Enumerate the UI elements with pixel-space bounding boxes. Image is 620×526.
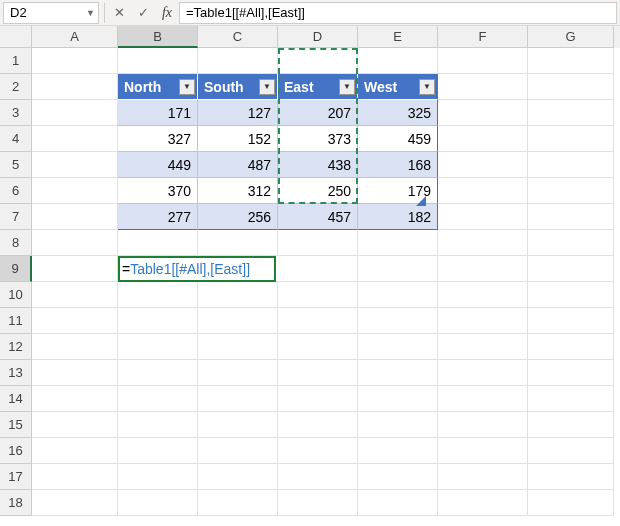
cell-A4[interactable] bbox=[32, 126, 118, 152]
cell-F4[interactable] bbox=[438, 126, 528, 152]
cell-B3[interactable]: 171 bbox=[118, 100, 198, 126]
cell-F18[interactable] bbox=[438, 490, 528, 516]
row-header-12[interactable]: 12 bbox=[0, 334, 32, 360]
cell-F12[interactable] bbox=[438, 334, 528, 360]
cell-E1[interactable] bbox=[358, 48, 438, 74]
cell-A6[interactable] bbox=[32, 178, 118, 204]
cell-A3[interactable] bbox=[32, 100, 118, 126]
table-header-north[interactable]: North ▼ bbox=[118, 74, 198, 100]
cell-A14[interactable] bbox=[32, 386, 118, 412]
cell-G8[interactable] bbox=[528, 230, 614, 256]
cell-F17[interactable] bbox=[438, 464, 528, 490]
row-header-5[interactable]: 5 bbox=[0, 152, 32, 178]
name-box[interactable]: D2 ▼ bbox=[3, 2, 99, 24]
cell-D13[interactable] bbox=[278, 360, 358, 386]
row-header-10[interactable]: 10 bbox=[0, 282, 32, 308]
cell-F8[interactable] bbox=[438, 230, 528, 256]
cell-E11[interactable] bbox=[358, 308, 438, 334]
cell-C14[interactable] bbox=[198, 386, 278, 412]
row-header-18[interactable]: 18 bbox=[0, 490, 32, 516]
cell-C15[interactable] bbox=[198, 412, 278, 438]
cell-F7[interactable] bbox=[438, 204, 528, 230]
cell-B7[interactable]: 277 bbox=[118, 204, 198, 230]
cell-G6[interactable] bbox=[528, 178, 614, 204]
table-header-south[interactable]: South ▼ bbox=[198, 74, 278, 100]
cell-B15[interactable] bbox=[118, 412, 198, 438]
cell-E9[interactable] bbox=[358, 256, 438, 282]
cell-C18[interactable] bbox=[198, 490, 278, 516]
cell-E13[interactable] bbox=[358, 360, 438, 386]
cell-G16[interactable] bbox=[528, 438, 614, 464]
cell-D5[interactable]: 438 bbox=[278, 152, 358, 178]
cell-A8[interactable] bbox=[32, 230, 118, 256]
cell-A10[interactable] bbox=[32, 282, 118, 308]
row-header-2[interactable]: 2 bbox=[0, 74, 32, 100]
cell-A17[interactable] bbox=[32, 464, 118, 490]
table-header-east[interactable]: East ▼ bbox=[278, 74, 358, 100]
cell-E6[interactable]: 179 bbox=[358, 178, 438, 204]
cell-F13[interactable] bbox=[438, 360, 528, 386]
cell-G18[interactable] bbox=[528, 490, 614, 516]
cell-G4[interactable] bbox=[528, 126, 614, 152]
col-header-D[interactable]: D bbox=[278, 26, 358, 48]
row-header-3[interactable]: 3 bbox=[0, 100, 32, 126]
row-header-6[interactable]: 6 bbox=[0, 178, 32, 204]
cell-C6[interactable]: 312 bbox=[198, 178, 278, 204]
cell-A16[interactable] bbox=[32, 438, 118, 464]
cell-D4[interactable]: 373 bbox=[278, 126, 358, 152]
row-header-17[interactable]: 17 bbox=[0, 464, 32, 490]
accept-icon[interactable]: ✓ bbox=[131, 2, 155, 24]
cell-D1[interactable] bbox=[278, 48, 358, 74]
cell-G15[interactable] bbox=[528, 412, 614, 438]
cell-F10[interactable] bbox=[438, 282, 528, 308]
filter-dropdown-icon[interactable]: ▼ bbox=[419, 79, 435, 95]
cell-A7[interactable] bbox=[32, 204, 118, 230]
col-header-A[interactable]: A bbox=[32, 26, 118, 48]
cell-D7[interactable]: 457 bbox=[278, 204, 358, 230]
cell-G11[interactable] bbox=[528, 308, 614, 334]
cell-A1[interactable] bbox=[32, 48, 118, 74]
cell-C7[interactable]: 256 bbox=[198, 204, 278, 230]
cell-E17[interactable] bbox=[358, 464, 438, 490]
cell-F9[interactable] bbox=[438, 256, 528, 282]
cell-D10[interactable] bbox=[278, 282, 358, 308]
cell-G12[interactable] bbox=[528, 334, 614, 360]
select-all-corner[interactable] bbox=[0, 26, 32, 48]
col-header-F[interactable]: F bbox=[438, 26, 528, 48]
row-header-8[interactable]: 8 bbox=[0, 230, 32, 256]
filter-dropdown-icon[interactable]: ▼ bbox=[179, 79, 195, 95]
row-header-9[interactable]: 9 bbox=[0, 256, 32, 282]
cell-G2[interactable] bbox=[528, 74, 614, 100]
cell-B14[interactable] bbox=[118, 386, 198, 412]
cell-B18[interactable] bbox=[118, 490, 198, 516]
cell-C17[interactable] bbox=[198, 464, 278, 490]
cell-B12[interactable] bbox=[118, 334, 198, 360]
cell-G7[interactable] bbox=[528, 204, 614, 230]
cell-G13[interactable] bbox=[528, 360, 614, 386]
row-header-16[interactable]: 16 bbox=[0, 438, 32, 464]
cell-B10[interactable] bbox=[118, 282, 198, 308]
cell-A15[interactable] bbox=[32, 412, 118, 438]
cell-B8[interactable] bbox=[118, 230, 198, 256]
filter-dropdown-icon[interactable]: ▼ bbox=[259, 79, 275, 95]
cell-E7[interactable]: 182 bbox=[358, 204, 438, 230]
cell-F2[interactable] bbox=[438, 74, 528, 100]
cell-F1[interactable] bbox=[438, 48, 528, 74]
table-resize-handle-icon[interactable] bbox=[418, 198, 426, 206]
row-header-13[interactable]: 13 bbox=[0, 360, 32, 386]
cell-B16[interactable] bbox=[118, 438, 198, 464]
cell-D18[interactable] bbox=[278, 490, 358, 516]
cell-B17[interactable] bbox=[118, 464, 198, 490]
row-header-1[interactable]: 1 bbox=[0, 48, 32, 74]
col-header-C[interactable]: C bbox=[198, 26, 278, 48]
cell-A13[interactable] bbox=[32, 360, 118, 386]
cell-D8[interactable] bbox=[278, 230, 358, 256]
cell-A11[interactable] bbox=[32, 308, 118, 334]
cell-C8[interactable] bbox=[198, 230, 278, 256]
formula-input[interactable]: =Table1[[#All],[East]] bbox=[179, 2, 617, 24]
col-header-B[interactable]: B bbox=[118, 26, 198, 48]
cell-B13[interactable] bbox=[118, 360, 198, 386]
cell-D15[interactable] bbox=[278, 412, 358, 438]
cell-A5[interactable] bbox=[32, 152, 118, 178]
cell-E15[interactable] bbox=[358, 412, 438, 438]
